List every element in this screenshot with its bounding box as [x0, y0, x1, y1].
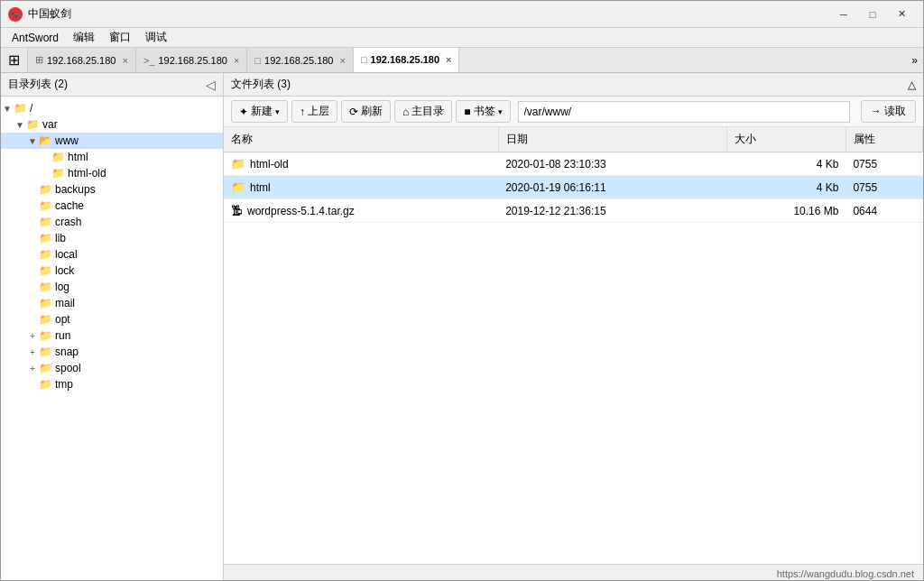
- folder-icon-log: 📁: [39, 281, 52, 293]
- new-button[interactable]: ✦ 新建 ▾: [231, 100, 288, 123]
- col-size[interactable]: 大小: [727, 127, 846, 152]
- tree-item-html-old[interactable]: 📁html-old: [1, 165, 223, 181]
- tree-label-var: var: [42, 118, 58, 131]
- file-panel-title: 文件列表 (3): [231, 77, 291, 92]
- tree-label-mail: mail: [55, 297, 75, 309]
- file-name-1: html: [250, 181, 271, 194]
- tree-item-local[interactable]: 📁local: [1, 246, 223, 263]
- tree-expander-root[interactable]: ▼: [1, 104, 14, 114]
- file-name-cell-2: 🗜wordpress-5.1.4.tar.gz: [224, 199, 498, 223]
- menu-item-编辑[interactable]: 编辑: [66, 28, 102, 47]
- tree-label-snap: snap: [55, 346, 79, 358]
- tree-expander-run[interactable]: +: [26, 331, 39, 341]
- files-table: 名称 日期 大小 属性 📁html-old2020-01-08 23:10:33…: [224, 127, 923, 223]
- tab-tab4[interactable]: □192.168.25.180×: [354, 48, 460, 72]
- folder-icon-html-old: 📁: [51, 167, 65, 180]
- file-date-0: 2020-01-08 23:10:33: [498, 152, 727, 176]
- tree-label-opt: opt: [55, 313, 70, 326]
- up-button[interactable]: ↑ 上层: [291, 100, 337, 123]
- tree-expander-snap[interactable]: +: [26, 347, 39, 357]
- maximize-button[interactable]: □: [858, 5, 887, 23]
- refresh-button[interactable]: ⟳ 刷新: [341, 100, 391, 123]
- tree-item-backups[interactable]: 📁backups: [1, 181, 223, 198]
- tree-expander-spool[interactable]: +: [26, 364, 39, 374]
- table-row[interactable]: 📁html2020-01-19 06:16:114 Kb0755: [224, 176, 923, 199]
- folder-icon-lib: 📁: [39, 232, 52, 244]
- tab-bar: ⊞ ⊞192.168.25.180×>_192.168.25.180×□192.…: [1, 48, 923, 73]
- folder-icon-cache: 📁: [39, 199, 52, 212]
- tree-item-cache[interactable]: 📁cache: [1, 198, 223, 214]
- tree-item-opt[interactable]: 📁opt: [1, 311, 223, 327]
- directory-panel-title: 目录列表 (2): [8, 77, 68, 92]
- folder-icon-tmp: 📁: [39, 378, 52, 391]
- file-date-1: 2020-01-19 06:16:11: [498, 176, 727, 199]
- home-label: 主目录: [411, 104, 444, 119]
- tree-item-snap[interactable]: +📁snap: [1, 344, 223, 360]
- tab-label-tab1: 192.168.25.180: [47, 55, 116, 66]
- tree-item-crash[interactable]: 📁crash: [1, 214, 223, 230]
- tree-label-lock: lock: [55, 264, 74, 277]
- col-name[interactable]: 名称: [224, 127, 498, 152]
- home-button[interactable]: ⌂ 主目录: [394, 100, 452, 123]
- tab-label-tab4: 192.168.25.180: [371, 54, 439, 65]
- tab-overflow[interactable]: »: [906, 48, 923, 72]
- file-panel-header: 文件列表 (3) △: [224, 73, 923, 97]
- tree-item-log[interactable]: 📁log: [1, 279, 223, 295]
- tree-label-www: www: [55, 134, 79, 147]
- close-button[interactable]: ✕: [887, 5, 916, 23]
- tree-item-spool[interactable]: +📁spool: [1, 360, 223, 376]
- toolbar: ✦ 新建 ▾ ↑ 上层 ⟳ 刷新 ⌂ 主目录 ■ 书签 ▾: [224, 97, 923, 127]
- table-row[interactable]: 🗜wordpress-5.1.4.tar.gz2019-12-12 21:36:…: [224, 199, 923, 223]
- bookmark-button[interactable]: ■ 书签 ▾: [456, 100, 510, 123]
- folder-icon-crash: 📁: [39, 216, 52, 228]
- tab-close-tab4[interactable]: ×: [446, 54, 451, 65]
- minimize-button[interactable]: ─: [829, 5, 858, 23]
- up-label: 上层: [308, 104, 329, 119]
- directory-panel-header: 目录列表 (2) ◁: [1, 73, 223, 97]
- col-attr[interactable]: 属性: [845, 127, 922, 152]
- new-icon: ✦: [239, 106, 248, 118]
- tab-close-tab2[interactable]: ×: [234, 55, 239, 66]
- tree-item-root[interactable]: ▼📁/: [1, 100, 223, 116]
- file-name-cell-1: 📁html: [224, 176, 498, 199]
- tree-item-tmp[interactable]: 📁tmp: [1, 376, 223, 392]
- tab-tab3[interactable]: □192.168.25.180×: [247, 48, 354, 72]
- col-date[interactable]: 日期: [498, 127, 727, 152]
- tree-label-backups: backups: [55, 183, 96, 196]
- tab-tab2[interactable]: >_192.168.25.180×: [136, 48, 247, 72]
- tree-label-crash: crash: [55, 216, 81, 228]
- tree-item-lock[interactable]: 📁lock: [1, 263, 223, 279]
- file-icon-1: 📁: [231, 180, 245, 194]
- folder-icon-spool: 📁: [39, 362, 52, 374]
- refresh-label: 刷新: [361, 104, 383, 119]
- table-row[interactable]: 📁html-old2020-01-08 23:10:334 Kb0755: [224, 152, 923, 176]
- path-input[interactable]: [518, 101, 850, 123]
- tree-item-mail[interactable]: 📁mail: [1, 295, 223, 311]
- collapse-button[interactable]: ◁: [206, 78, 216, 92]
- file-icon-2: 🗜: [231, 204, 243, 217]
- tree-item-html[interactable]: 📁html: [1, 149, 223, 165]
- goto-button[interactable]: → 读取: [861, 100, 916, 123]
- tab-close-tab1[interactable]: ×: [122, 55, 127, 66]
- tab-tab1[interactable]: ⊞192.168.25.180×: [28, 48, 136, 72]
- file-attr-2: 0644: [845, 199, 922, 223]
- menu-item-窗口[interactable]: 窗口: [102, 28, 138, 47]
- tree-item-www[interactable]: ▼📂www: [1, 133, 223, 149]
- grid-view-icon[interactable]: ⊞: [6, 50, 22, 70]
- path-bar: [518, 101, 850, 123]
- menu-item-调试[interactable]: 调试: [138, 28, 174, 47]
- menu-item-AntSword[interactable]: AntSword: [5, 30, 66, 46]
- window-controls: ─ □ ✕: [829, 5, 916, 23]
- tree-item-var[interactable]: ▼📁var: [1, 116, 223, 133]
- tab-close-tab3[interactable]: ×: [339, 55, 345, 66]
- tree-item-run[interactable]: +📁run: [1, 327, 223, 344]
- file-size-2: 10.16 Mb: [727, 199, 846, 223]
- table-header-row: 名称 日期 大小 属性: [224, 127, 923, 152]
- new-label: 新建: [251, 104, 273, 119]
- collapse-right-button[interactable]: △: [908, 78, 916, 91]
- file-size-1: 4 Kb: [727, 176, 846, 199]
- tree-item-lib[interactable]: 📁lib: [1, 230, 223, 246]
- status-text: https://wangdudu.blog.csdn.net: [777, 568, 914, 579]
- tree-expander-var[interactable]: ▼: [14, 120, 26, 130]
- tree-expander-www[interactable]: ▼: [26, 136, 39, 146]
